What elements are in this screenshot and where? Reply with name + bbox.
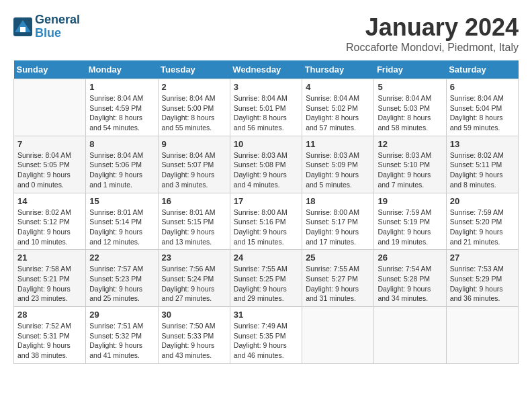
day-number: 28: [17, 310, 82, 320]
cell-info: Sunrise: 7:57 AM Sunset: 5:23 PM Dayligh…: [89, 264, 154, 304]
calendar-cell: 8Sunrise: 8:04 AM Sunset: 5:06 PM Daylig…: [86, 136, 158, 193]
calendar-row: 7Sunrise: 8:04 AM Sunset: 5:05 PM Daylig…: [14, 136, 519, 193]
calendar-cell: 18Sunrise: 8:00 AM Sunset: 5:17 PM Dayli…: [302, 193, 374, 250]
calendar-cell: 15Sunrise: 8:01 AM Sunset: 5:14 PM Dayli…: [86, 193, 158, 250]
day-number: 3: [234, 82, 298, 92]
cell-info: Sunrise: 8:04 AM Sunset: 5:03 PM Dayligh…: [378, 93, 442, 133]
logo-text-line1: General: [35, 13, 80, 27]
page-header: General Blue January 2024 Roccaforte Mon…: [13, 13, 519, 54]
calendar-cell: 12Sunrise: 8:03 AM Sunset: 5:10 PM Dayli…: [374, 136, 446, 193]
day-number: 25: [306, 253, 370, 263]
calendar-table: SundayMondayTuesdayWednesdayThursdayFrid…: [13, 60, 519, 364]
calendar-cell: 31Sunrise: 7:49 AM Sunset: 5:35 PM Dayli…: [230, 307, 302, 364]
cell-info: Sunrise: 8:04 AM Sunset: 5:05 PM Dayligh…: [17, 150, 82, 190]
day-number: 27: [450, 253, 515, 263]
day-number: 12: [378, 139, 442, 149]
cell-info: Sunrise: 7:54 AM Sunset: 5:28 PM Dayligh…: [378, 264, 442, 304]
day-number: 26: [378, 253, 442, 263]
cell-info: Sunrise: 8:02 AM Sunset: 5:12 PM Dayligh…: [17, 208, 82, 247]
cell-info: Sunrise: 8:04 AM Sunset: 5:07 PM Dayligh…: [162, 150, 226, 190]
calendar-cell: 4Sunrise: 8:04 AM Sunset: 5:02 PM Daylig…: [302, 79, 374, 136]
location: Roccaforte Mondovi, Piedmont, Italy: [346, 42, 519, 54]
day-number: 17: [234, 196, 298, 206]
cell-info: Sunrise: 8:04 AM Sunset: 4:59 PM Dayligh…: [89, 93, 154, 133]
calendar-cell: [374, 307, 446, 364]
day-number: 19: [378, 196, 442, 206]
logo-text-line2: Blue: [35, 27, 80, 40]
cell-info: Sunrise: 8:00 AM Sunset: 5:17 PM Dayligh…: [306, 208, 370, 247]
cell-info: Sunrise: 7:52 AM Sunset: 5:31 PM Dayligh…: [17, 321, 82, 361]
day-number: 23: [162, 253, 226, 263]
day-number: 6: [450, 82, 515, 92]
svg-rect-2: [20, 27, 26, 32]
calendar-cell: [302, 307, 374, 364]
calendar-cell: 7Sunrise: 8:04 AM Sunset: 5:05 PM Daylig…: [14, 136, 86, 193]
calendar-row: 28Sunrise: 7:52 AM Sunset: 5:31 PM Dayli…: [14, 307, 519, 364]
cell-info: Sunrise: 7:58 AM Sunset: 5:21 PM Dayligh…: [17, 264, 82, 304]
day-number: 30: [162, 310, 226, 320]
calendar-cell: 11Sunrise: 8:03 AM Sunset: 5:09 PM Dayli…: [302, 136, 374, 193]
calendar-cell: 28Sunrise: 7:52 AM Sunset: 5:31 PM Dayli…: [14, 307, 86, 364]
calendar-cell: 25Sunrise: 7:55 AM Sunset: 5:27 PM Dayli…: [302, 250, 374, 307]
logo: General Blue: [13, 13, 80, 40]
day-number: 22: [89, 253, 154, 263]
cell-info: Sunrise: 7:51 AM Sunset: 5:32 PM Dayligh…: [89, 321, 154, 361]
cell-info: Sunrise: 8:01 AM Sunset: 5:14 PM Dayligh…: [89, 208, 154, 247]
calendar-cell: [14, 79, 86, 136]
day-number: 7: [17, 139, 82, 149]
day-number: 18: [306, 196, 370, 206]
cell-info: Sunrise: 7:59 AM Sunset: 5:19 PM Dayligh…: [378, 208, 442, 247]
cell-info: Sunrise: 7:55 AM Sunset: 5:25 PM Dayligh…: [234, 264, 298, 304]
day-number: 11: [306, 139, 370, 149]
day-number: 5: [378, 82, 442, 92]
calendar-cell: 6Sunrise: 8:04 AM Sunset: 5:04 PM Daylig…: [446, 79, 518, 136]
cell-info: Sunrise: 8:04 AM Sunset: 5:06 PM Dayligh…: [89, 150, 154, 190]
day-number: 20: [450, 196, 515, 206]
weekday-header: Tuesday: [158, 60, 230, 79]
cell-info: Sunrise: 8:00 AM Sunset: 5:16 PM Dayligh…: [234, 208, 298, 247]
day-number: 16: [162, 196, 226, 206]
cell-info: Sunrise: 7:49 AM Sunset: 5:35 PM Dayligh…: [234, 321, 298, 361]
calendar-cell: 17Sunrise: 8:00 AM Sunset: 5:16 PM Dayli…: [230, 193, 302, 250]
calendar-row: 21Sunrise: 7:58 AM Sunset: 5:21 PM Dayli…: [14, 250, 519, 307]
cell-info: Sunrise: 7:56 AM Sunset: 5:24 PM Dayligh…: [162, 264, 226, 304]
day-number: 1: [89, 82, 154, 92]
calendar-cell: 30Sunrise: 7:50 AM Sunset: 5:33 PM Dayli…: [158, 307, 230, 364]
day-number: 9: [162, 139, 226, 149]
calendar-row: 14Sunrise: 8:02 AM Sunset: 5:12 PM Dayli…: [14, 193, 519, 250]
day-number: 31: [234, 310, 298, 320]
calendar-cell: 2Sunrise: 8:04 AM Sunset: 5:00 PM Daylig…: [158, 79, 230, 136]
day-number: 4: [306, 82, 370, 92]
calendar-cell: 23Sunrise: 7:56 AM Sunset: 5:24 PM Dayli…: [158, 250, 230, 307]
calendar-cell: 26Sunrise: 7:54 AM Sunset: 5:28 PM Dayli…: [374, 250, 446, 307]
cell-info: Sunrise: 7:59 AM Sunset: 5:20 PM Dayligh…: [450, 208, 515, 247]
weekday-header: Monday: [86, 60, 158, 79]
weekday-header: Friday: [374, 60, 446, 79]
cell-info: Sunrise: 8:03 AM Sunset: 5:08 PM Dayligh…: [234, 150, 298, 190]
cell-info: Sunrise: 8:03 AM Sunset: 5:10 PM Dayligh…: [378, 150, 442, 190]
calendar-cell: 24Sunrise: 7:55 AM Sunset: 5:25 PM Dayli…: [230, 250, 302, 307]
cell-info: Sunrise: 8:02 AM Sunset: 5:11 PM Dayligh…: [450, 150, 515, 190]
calendar-cell: 1Sunrise: 8:04 AM Sunset: 4:59 PM Daylig…: [86, 79, 158, 136]
day-number: 8: [89, 139, 154, 149]
calendar-cell: 13Sunrise: 8:02 AM Sunset: 5:11 PM Dayli…: [446, 136, 518, 193]
calendar-cell: 5Sunrise: 8:04 AM Sunset: 5:03 PM Daylig…: [374, 79, 446, 136]
cell-info: Sunrise: 7:55 AM Sunset: 5:27 PM Dayligh…: [306, 264, 370, 304]
day-number: 10: [234, 139, 298, 149]
calendar-cell: 9Sunrise: 8:04 AM Sunset: 5:07 PM Daylig…: [158, 136, 230, 193]
weekday-header: Wednesday: [230, 60, 302, 79]
cell-info: Sunrise: 8:04 AM Sunset: 5:00 PM Dayligh…: [162, 93, 226, 133]
weekday-header: Thursday: [302, 60, 374, 79]
calendar-cell: 22Sunrise: 7:57 AM Sunset: 5:23 PM Dayli…: [86, 250, 158, 307]
day-number: 2: [162, 82, 226, 92]
calendar-cell: 14Sunrise: 8:02 AM Sunset: 5:12 PM Dayli…: [14, 193, 86, 250]
logo-icon: [13, 17, 32, 36]
calendar-cell: [446, 307, 518, 364]
day-number: 24: [234, 253, 298, 263]
cell-info: Sunrise: 7:53 AM Sunset: 5:29 PM Dayligh…: [450, 264, 515, 304]
calendar-cell: 10Sunrise: 8:03 AM Sunset: 5:08 PM Dayli…: [230, 136, 302, 193]
header-row: SundayMondayTuesdayWednesdayThursdayFrid…: [14, 60, 519, 79]
calendar-cell: 27Sunrise: 7:53 AM Sunset: 5:29 PM Dayli…: [446, 250, 518, 307]
calendar-cell: 20Sunrise: 7:59 AM Sunset: 5:20 PM Dayli…: [446, 193, 518, 250]
month-title: January 2024: [346, 13, 519, 42]
